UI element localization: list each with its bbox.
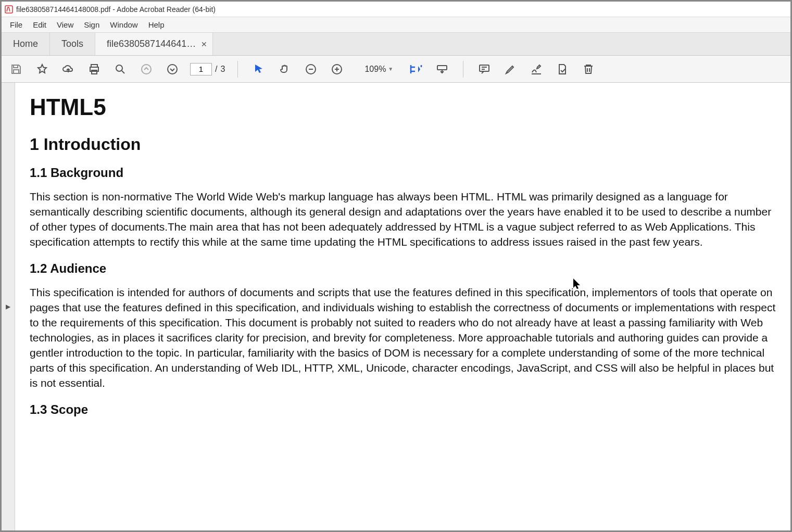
cloud-upload-icon[interactable] <box>60 61 77 78</box>
side-panel-toggle[interactable]: ▶ <box>2 83 15 530</box>
star-icon[interactable] <box>34 61 51 78</box>
comment-icon[interactable] <box>476 61 493 78</box>
tab-home[interactable]: Home <box>2 33 50 55</box>
page-separator: / <box>215 65 217 74</box>
svg-rect-1 <box>14 65 18 68</box>
fit-width-icon[interactable] <box>408 61 424 78</box>
svg-rect-12 <box>480 65 489 71</box>
page-total: 3 <box>220 65 225 74</box>
menu-window[interactable]: Window <box>105 18 143 31</box>
toolbar-separator <box>463 61 463 78</box>
zoom-out-icon[interactable] <box>303 61 319 78</box>
stamp-icon[interactable] <box>554 61 571 78</box>
doc-heading-scope: 1.3 Scope <box>30 402 776 417</box>
save-icon[interactable] <box>8 61 24 78</box>
svg-point-6 <box>116 65 122 71</box>
delete-icon[interactable] <box>580 61 597 78</box>
sign-icon[interactable] <box>528 61 545 78</box>
zoom-in-icon[interactable] <box>329 61 345 78</box>
svg-rect-11 <box>437 66 447 70</box>
document-page[interactable]: HTML5 1 Introduction 1.1 Background This… <box>15 83 790 530</box>
svg-rect-0 <box>5 6 12 13</box>
app-icon <box>5 5 13 14</box>
toolbar: / 3 109% ▼ <box>2 56 790 83</box>
tab-tools[interactable]: Tools <box>50 33 95 55</box>
close-icon[interactable]: ✕ <box>201 40 207 48</box>
print-icon[interactable] <box>86 61 103 78</box>
doc-para-audience: This specification is intended for autho… <box>30 285 776 391</box>
menubar: File Edit View Sign Window Help <box>2 17 790 33</box>
doc-heading-intro: 1 Introduction <box>30 135 776 154</box>
chevron-right-icon: ▶ <box>6 303 10 310</box>
toolbar-separator <box>237 61 238 78</box>
page-down-icon[interactable] <box>164 61 181 78</box>
menu-help[interactable]: Help <box>143 18 170 31</box>
content-area: ▶ HTML5 1 Introduction 1.1 Background Th… <box>2 83 790 530</box>
page-current-input[interactable] <box>190 63 212 75</box>
window-title: file638058714464148008.pdf - Adobe Acrob… <box>16 5 216 14</box>
tabbar: Home Tools file6380587144641… ✕ <box>2 33 790 56</box>
doc-heading-audience: 1.2 Audience <box>30 261 776 276</box>
zoom-value: 109% <box>360 65 386 74</box>
page-up-icon[interactable] <box>138 61 155 78</box>
menu-edit[interactable]: Edit <box>28 18 52 31</box>
chevron-down-icon: ▼ <box>388 66 393 72</box>
read-mode-icon[interactable] <box>434 61 450 78</box>
zoom-level[interactable]: 109% ▼ <box>355 65 398 74</box>
find-icon[interactable] <box>112 61 129 78</box>
menu-sign[interactable]: Sign <box>79 18 105 31</box>
select-tool-icon[interactable] <box>250 61 267 78</box>
doc-para-background: This section is non-normative The World … <box>30 189 776 250</box>
svg-point-7 <box>142 65 151 74</box>
hand-tool-icon[interactable] <box>276 61 293 78</box>
window-titlebar: file638058714464148008.pdf - Adobe Acrob… <box>2 2 790 17</box>
tab-document[interactable]: file6380587144641… ✕ <box>95 33 213 55</box>
svg-rect-2 <box>14 70 19 73</box>
page-indicator: / 3 <box>190 63 225 75</box>
doc-heading-background: 1.1 Background <box>30 166 776 180</box>
menu-view[interactable]: View <box>52 18 79 31</box>
menu-file[interactable]: File <box>5 18 28 31</box>
doc-title: HTML5 <box>30 94 776 120</box>
svg-point-8 <box>168 65 177 74</box>
tab-document-label: file6380587144641… <box>107 39 196 49</box>
highlight-icon[interactable] <box>502 61 519 78</box>
